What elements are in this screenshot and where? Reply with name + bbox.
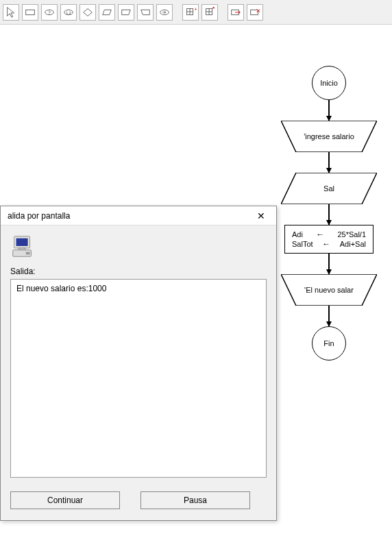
svg-text:+: + bbox=[194, 6, 197, 12]
process-row: SalTot ← Adi+Sal bbox=[292, 239, 366, 249]
rect-arrow-icon[interactable] bbox=[228, 4, 244, 21]
flowchart: Inicio 'ingrese salario Sal Adi ← 25*Sal… bbox=[281, 66, 377, 360]
svg-rect-0 bbox=[26, 10, 35, 14]
pause-button[interactable]: Pausa bbox=[140, 491, 250, 509]
output-node[interactable]: 'El nuevo salar bbox=[281, 274, 377, 306]
read-label: Sal bbox=[281, 173, 377, 204]
rect-icon[interactable] bbox=[22, 4, 38, 21]
continue-button[interactable]: Continuar bbox=[10, 491, 120, 509]
computer-icon bbox=[10, 234, 36, 260]
read-node[interactable]: Sal bbox=[281, 173, 377, 204]
svg-text:?: ? bbox=[48, 10, 51, 14]
start-node[interactable]: Inicio bbox=[312, 66, 346, 100]
arrow bbox=[328, 306, 330, 326]
toolbar: ? 1·2 + bbox=[0, 0, 392, 25]
output-textarea[interactable]: El nuevo salario es:1000 bbox=[10, 279, 267, 478]
input-label: 'ingrese salario bbox=[281, 121, 377, 152]
grid-arrow-icon[interactable] bbox=[201, 4, 218, 21]
ellipse-n-icon[interactable]: 1·2 bbox=[60, 4, 77, 21]
dialog-footer: Continuar Pausa bbox=[1, 483, 276, 520]
dialog-title-text: alida por pantalla bbox=[8, 211, 70, 221]
input-node[interactable]: 'ingrese salario bbox=[281, 121, 377, 152]
proc-expr: 25*Sal/1 bbox=[337, 230, 366, 239]
assign-arrow-icon: ← bbox=[316, 230, 324, 239]
start-label: Inicio bbox=[320, 79, 338, 87]
dialog-body: Salida: El nuevo salario es:1000 bbox=[1, 225, 276, 483]
proc-var: SalTot bbox=[292, 240, 313, 248]
output-dialog: alida por pantalla ✕ Salida: El nuevo sa… bbox=[0, 206, 277, 521]
arrow bbox=[328, 204, 330, 225]
output-label: 'El nuevo salar bbox=[281, 274, 377, 306]
trapezoid-right-icon[interactable] bbox=[137, 4, 154, 21]
dialog-titlebar: alida por pantalla ✕ bbox=[1, 206, 276, 225]
end-label: Fin bbox=[323, 339, 334, 347]
cursor-icon[interactable] bbox=[3, 4, 19, 21]
output-content: El nuevo salario es:1000 bbox=[16, 284, 106, 293]
end-node[interactable]: Fin bbox=[312, 326, 346, 360]
proc-var: Adi bbox=[292, 230, 303, 239]
rect-cross-icon[interactable] bbox=[247, 4, 263, 21]
ellipse-input-icon[interactable]: ? bbox=[41, 4, 58, 21]
assign-arrow-icon: ← bbox=[322, 239, 330, 249]
parallelogram-icon[interactable] bbox=[99, 4, 115, 21]
svg-rect-18 bbox=[26, 252, 30, 255]
trapezoid-left-icon[interactable] bbox=[118, 4, 134, 21]
output-label: Salida: bbox=[10, 267, 267, 276]
svg-rect-15 bbox=[16, 239, 28, 246]
close-icon[interactable]: ✕ bbox=[253, 209, 269, 223]
grid-plus-icon[interactable]: + bbox=[182, 4, 199, 21]
arrow bbox=[328, 100, 330, 121]
arrow bbox=[328, 152, 330, 173]
process-row: Adi ← 25*Sal/1 bbox=[292, 230, 366, 239]
svg-text:1·2: 1·2 bbox=[66, 10, 71, 14]
ellipse-return-icon[interactable] bbox=[156, 4, 173, 21]
process-node[interactable]: Adi ← 25*Sal/1 SalTot ← Adi+Sal bbox=[284, 225, 373, 254]
diamond-icon[interactable] bbox=[79, 4, 96, 21]
arrow bbox=[328, 254, 330, 274]
proc-expr: Adi+Sal bbox=[340, 240, 366, 248]
